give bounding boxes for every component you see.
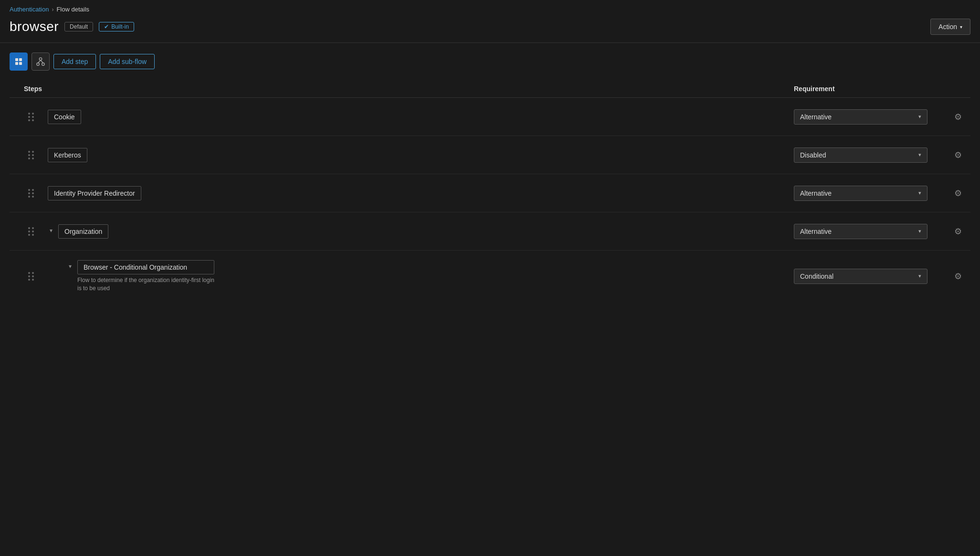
gear-button[interactable]: ⚙ (950, 269, 966, 283)
title-row: browser Default ✔ Built-in Action ▾ (0, 17, 980, 42)
expand-button[interactable]: ▾ (48, 225, 54, 236)
table-row: ▾OrganizationAlternative▾⚙ (10, 212, 970, 251)
chevron-down-icon: ▾ (918, 114, 921, 120)
drag-handle[interactable] (10, 189, 48, 198)
svg-rect-1 (19, 58, 22, 61)
table-row: Identity Provider RedirectorAlternative▾… (10, 174, 970, 212)
page-title: browser (10, 19, 59, 34)
step-label: Cookie (48, 110, 81, 124)
step-label: Browser - Conditional Organization (77, 260, 214, 274)
requirement-select[interactable]: Alternative▾ (794, 224, 927, 239)
badge-default: Default (64, 22, 93, 31)
requirement-cell: Alternative▾ (789, 224, 932, 239)
breadcrumb-current: Flow details (56, 6, 89, 13)
requirement-cell: Alternative▾ (789, 109, 932, 125)
requirement-cell: Disabled▾ (789, 147, 932, 163)
table-row: KerberosDisabled▾⚙ (10, 136, 970, 174)
requirement-cell: Conditional▾ (789, 269, 932, 284)
gear-button[interactable]: ⚙ (950, 148, 966, 162)
table-header: Steps Requirement (10, 80, 970, 98)
chevron-down-icon: ▾ (918, 228, 921, 234)
drag-handle[interactable] (10, 151, 48, 159)
svg-line-7 (38, 60, 41, 63)
svg-point-6 (42, 63, 44, 65)
gear-button[interactable]: ⚙ (950, 110, 966, 124)
col-header-steps: Steps (10, 85, 48, 93)
view-diagram-button[interactable] (32, 52, 50, 71)
step-label: Identity Provider Redirector (48, 186, 141, 200)
step-cell: Cookie (48, 110, 789, 124)
svg-rect-3 (19, 62, 22, 65)
step-description: Flow to determine if the organization id… (77, 276, 214, 293)
add-step-button[interactable]: Add step (53, 54, 96, 69)
step-cell: Kerberos (48, 148, 789, 162)
expand-button[interactable]: ▾ (67, 261, 74, 272)
badge-builtin: ✔ Built-in (99, 22, 134, 31)
step-cell: ▾Organization (48, 224, 789, 239)
chevron-down-icon: ▾ (960, 24, 962, 30)
breadcrumb: Authentication › Flow details (0, 0, 980, 17)
col-header-steps-name (48, 85, 789, 93)
requirement-select[interactable]: Alternative▾ (794, 186, 927, 201)
action-cell: ⚙ (932, 224, 970, 239)
requirement-value: Disabled (800, 151, 826, 159)
step-label: Organization (58, 224, 108, 239)
drag-handle[interactable] (10, 272, 48, 281)
breadcrumb-parent-link[interactable]: Authentication (10, 6, 49, 13)
toolbar: Add step Add sub-flow (0, 52, 980, 80)
table-body: CookieAlternative▾⚙KerberosDisabled▾⚙Ide… (10, 98, 970, 302)
gear-button[interactable]: ⚙ (950, 186, 966, 200)
action-cell: ⚙ (932, 186, 970, 200)
gear-button[interactable]: ⚙ (950, 224, 966, 239)
requirement-cell: Alternative▾ (789, 186, 932, 201)
table-icon (15, 58, 22, 65)
header-divider (0, 42, 980, 43)
badge-builtin-label: Built-in (111, 23, 129, 30)
check-icon: ✔ (104, 23, 109, 30)
action-cell: ⚙ (932, 110, 970, 124)
chevron-down-icon: ▾ (918, 152, 921, 158)
view-table-button[interactable] (10, 52, 28, 71)
drag-handle[interactable] (10, 227, 48, 236)
chevron-down-icon: ▾ (918, 273, 921, 279)
diagram-icon (36, 57, 45, 66)
svg-rect-2 (15, 62, 18, 65)
step-cell: ▾Browser - Conditional OrganizationFlow … (48, 260, 789, 293)
requirement-select[interactable]: Conditional▾ (794, 269, 927, 284)
requirement-value: Conditional (800, 273, 833, 280)
svg-point-5 (37, 63, 39, 65)
requirement-select[interactable]: Alternative▾ (794, 109, 927, 125)
action-cell: ⚙ (932, 269, 970, 283)
requirement-select[interactable]: Disabled▾ (794, 147, 927, 163)
action-cell: ⚙ (932, 148, 970, 162)
col-header-requirement: Requirement (789, 85, 932, 93)
svg-rect-0 (15, 58, 18, 61)
action-button-label: Action (938, 23, 957, 31)
requirement-value: Alternative (800, 113, 832, 121)
requirement-value: Alternative (800, 228, 832, 235)
drag-handle[interactable] (10, 113, 48, 121)
chevron-down-icon: ▾ (918, 190, 921, 196)
add-subflow-button[interactable]: Add sub-flow (100, 54, 155, 69)
flow-table: Steps Requirement CookieAlternative▾⚙Ker… (0, 80, 980, 302)
step-label: Kerberos (48, 148, 87, 162)
breadcrumb-separator: › (52, 6, 53, 13)
step-cell: Identity Provider Redirector (48, 186, 789, 200)
table-row: CookieAlternative▾⚙ (10, 98, 970, 136)
title-left: browser Default ✔ Built-in (10, 19, 134, 34)
action-button[interactable]: Action ▾ (930, 19, 970, 35)
svg-point-4 (39, 58, 42, 60)
svg-line-8 (41, 60, 43, 63)
table-row: ▾Browser - Conditional OrganizationFlow … (10, 251, 970, 302)
col-header-actions (932, 85, 970, 93)
requirement-value: Alternative (800, 189, 832, 197)
